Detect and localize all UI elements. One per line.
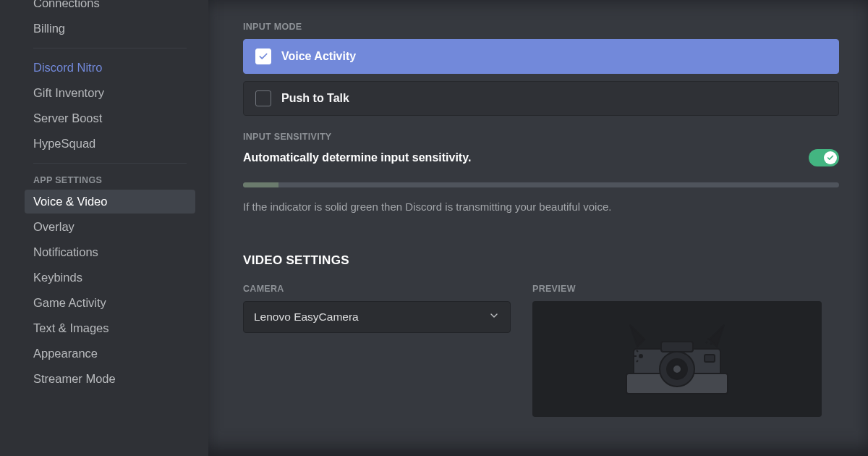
input-level-fill <box>243 182 278 187</box>
auto-sensitivity-toggle[interactable] <box>809 149 839 166</box>
sidebar-item-gift-inventory[interactable]: Gift Inventory <box>25 81 195 105</box>
sidebar-separator <box>33 163 187 164</box>
sidebar-item-streamer-mode[interactable]: Streamer Mode <box>25 367 195 391</box>
input-mode-push-to-talk[interactable]: Push to Talk <box>243 81 839 116</box>
sidebar-item-billing[interactable]: Billing <box>25 17 195 41</box>
svg-rect-6 <box>705 355 715 362</box>
svg-rect-2 <box>661 342 693 352</box>
settings-sidebar: Connections Billing Discord Nitro Gift I… <box>0 0 208 456</box>
video-settings-title: VIDEO SETTINGS <box>243 253 839 268</box>
sidebar-header-app-settings: APP SETTINGS <box>25 171 195 190</box>
camera-label: CAMERA <box>243 284 511 294</box>
sensitivity-hint: If the indicator is solid green then Dis… <box>243 200 839 213</box>
auto-sensitivity-row: Automatically determine input sensitivit… <box>243 149 839 166</box>
sidebar-item-discord-nitro[interactable]: Discord Nitro <box>25 56 195 80</box>
sidebar-item-notifications[interactable]: Notifications <box>25 240 195 264</box>
input-mode-voice-activity[interactable]: Voice Activity <box>243 39 839 74</box>
sidebar-item-server-boost[interactable]: Server Boost <box>25 106 195 130</box>
sidebar-item-appearance[interactable]: Appearance <box>25 342 195 366</box>
option-label: Push to Talk <box>281 92 349 105</box>
camera-illustration-icon <box>619 321 735 401</box>
sidebar-item-overlay[interactable]: Overlay <box>25 215 195 239</box>
sidebar-separator <box>33 48 187 48</box>
option-label: Voice Activity <box>281 50 356 63</box>
auto-sensitivity-text: Automatically determine input sensitivit… <box>243 151 471 164</box>
sidebar-item-game-activity[interactable]: Game Activity <box>25 291 195 315</box>
checkbox-unchecked-icon <box>255 90 271 106</box>
chevron-down-icon <box>488 310 500 324</box>
svg-point-7 <box>639 355 642 358</box>
svg-point-5 <box>673 365 681 373</box>
sidebar-item-keybinds[interactable]: Keybinds <box>25 266 195 290</box>
input-sensitivity-label: INPUT SENSITIVITY <box>243 132 839 142</box>
camera-select-value: Lenovo EasyCamera <box>254 311 359 324</box>
checkbox-checked-icon <box>255 48 271 64</box>
input-level-indicator <box>243 182 839 187</box>
sidebar-item-connections[interactable]: Connections <box>25 0 195 15</box>
camera-select[interactable]: Lenovo EasyCamera <box>243 301 511 333</box>
video-preview-box <box>532 301 822 417</box>
toggle-knob <box>824 151 837 164</box>
sidebar-item-hypesquad[interactable]: HypeSquad <box>25 132 195 156</box>
sidebar-item-text-images[interactable]: Text & Images <box>25 316 195 340</box>
sidebar-item-voice-video[interactable]: Voice & Video <box>25 190 195 214</box>
input-mode-label: INPUT MODE <box>243 22 839 32</box>
settings-main: INPUT MODE Voice Activity Push to Talk I… <box>208 0 868 456</box>
preview-label: PREVIEW <box>532 284 822 294</box>
